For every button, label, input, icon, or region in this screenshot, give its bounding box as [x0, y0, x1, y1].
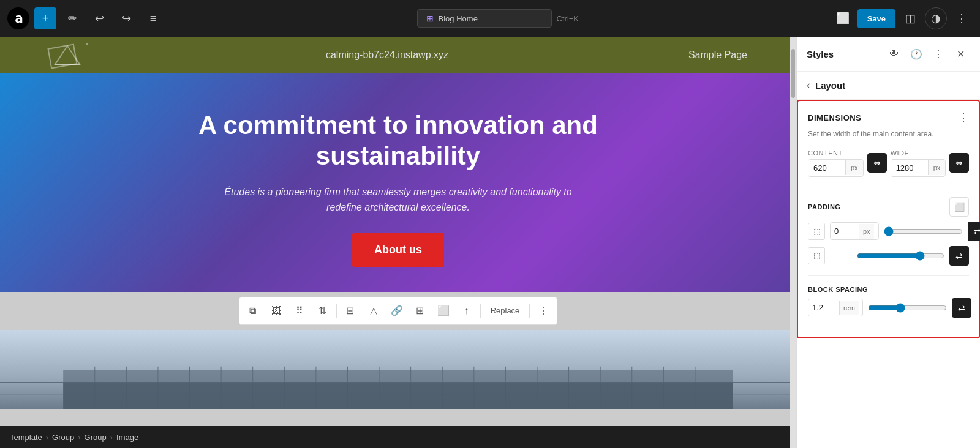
toolbar-divider-2	[480, 304, 481, 318]
dimensions-desc: Set the width of the main content area.	[808, 129, 969, 140]
separator-1	[808, 187, 969, 187]
block-more-button[interactable]: ⋮	[532, 300, 554, 322]
wide-unit[interactable]: px	[928, 160, 946, 175]
align-button[interactable]: ⊟	[339, 300, 361, 322]
breadcrumb-group-2[interactable]: Group	[85, 433, 107, 442]
breadcrumb-group-1[interactable]: Group	[52, 433, 74, 442]
svg-rect-26	[63, 383, 733, 409]
padding-title: PADDING	[808, 203, 840, 211]
padding-bottom-icon: ⬚	[808, 247, 825, 264]
padding-bottom-arrows-button[interactable]: ⇄	[949, 246, 969, 266]
upload-button[interactable]: ↑	[456, 300, 478, 322]
eye-button[interactable]: 👁	[884, 44, 904, 64]
split-view-button[interactable]: ◫	[899, 7, 921, 29]
upload-icon: ↑	[464, 305, 469, 316]
image-section	[0, 330, 796, 409]
padding-top-input-wrap: px	[830, 222, 879, 240]
block-spacing-input[interactable]	[809, 299, 839, 316]
undo-button[interactable]: ↩	[88, 7, 110, 29]
toolbar-center: ⊞ Blog Home Ctrl+K	[169, 9, 827, 28]
padding-top-arrows-button[interactable]: ⇄	[968, 222, 980, 241]
link-button[interactable]: 🔗	[386, 300, 408, 322]
drag-block-button[interactable]: ⠿	[288, 300, 311, 322]
pencil-button[interactable]: ✏	[61, 7, 83, 29]
right-panel: Styles 👁 🕐 ⋮ ✕ ‹ Layout	[796, 37, 980, 448]
block-spacing-unit[interactable]: rem	[839, 301, 859, 315]
padding-top-input[interactable]	[831, 223, 859, 239]
frame-button[interactable]: ⊞	[409, 300, 431, 322]
breadcrumb-image[interactable]: Image	[116, 433, 138, 442]
wp-logo-text: 𝕒	[15, 11, 23, 26]
canvas-scrollbar[interactable]	[790, 37, 796, 448]
more-options-button[interactable]: ⋮	[951, 7, 973, 29]
keyboard-shortcut: Ctrl+K	[557, 14, 579, 23]
wide-link-icon: ⇔	[956, 158, 963, 168]
replace-button[interactable]: Replace	[483, 302, 527, 319]
undo-icon: ↩	[95, 12, 104, 25]
wp-logo[interactable]: 𝕒	[7, 7, 29, 29]
svg-marker-0	[55, 46, 80, 64]
eye-icon: 👁	[889, 48, 899, 59]
add-button[interactable]: +	[34, 7, 56, 29]
drag-icon: ⠿	[296, 305, 303, 316]
blog-icon: ⊞	[426, 13, 434, 23]
padding-bottom-border-icon: ⬚	[813, 252, 820, 260]
block-spacing-arrows-button[interactable]: ⇄	[952, 298, 971, 318]
add-icon: +	[42, 12, 49, 25]
dark-mode-button[interactable]: ◑	[925, 7, 947, 29]
site-url: calming-bb7c24.instawp.xyz	[326, 50, 448, 61]
expand-button[interactable]: ⬜	[432, 300, 454, 322]
block-toolbar: ⧉ 🖼 ⠿ ⇅ ⊟ △ 🔗	[239, 297, 558, 325]
wide-dim-group: WIDE px	[891, 149, 946, 177]
padding-header: PADDING ⬜	[808, 197, 969, 217]
block-spacing-input-wrap: rem	[808, 299, 863, 316]
padding-bottom-slider[interactable]	[857, 251, 944, 261]
more-icon: ⋮	[956, 12, 967, 25]
move-block-button[interactable]: ⇅	[312, 300, 334, 322]
save-button[interactable]: Save	[858, 9, 895, 28]
block-spacing-slider[interactable]	[868, 303, 947, 313]
dimensions-menu-button[interactable]: ⋮	[958, 111, 969, 124]
save-label: Save	[867, 14, 886, 23]
wide-input[interactable]	[891, 160, 928, 176]
hero-cta-button[interactable]: About us	[352, 233, 444, 267]
copy-block-button[interactable]: ⧉	[242, 300, 264, 322]
hero-title: A commitment to innovation and sustainab…	[184, 110, 612, 172]
dimensions-title: Dimensions	[808, 113, 861, 122]
close-icon: ✕	[957, 48, 965, 60]
toolbar-right: ⬜ Save ◫ ◑ ⋮	[832, 7, 973, 29]
padding-top-unit[interactable]: px	[859, 224, 874, 239]
breadcrumb-sep-3: ›	[110, 433, 113, 442]
breadcrumb-sep-2: ›	[78, 433, 80, 442]
content-input[interactable]	[809, 160, 845, 176]
panel-more-button[interactable]: ⋮	[929, 44, 948, 64]
padding-toggle-icon: ⬜	[954, 202, 965, 212]
image-block-button[interactable]: 🖼	[265, 300, 287, 322]
url-bar[interactable]: ⊞ Blog Home	[417, 9, 552, 28]
list-view-button[interactable]: ≡	[142, 7, 164, 29]
close-panel-button[interactable]: ✕	[951, 44, 970, 64]
website-preview: calming-bb7c24.instawp.xyz Sample Page A…	[0, 37, 796, 426]
content-link-button[interactable]: ⇔	[867, 153, 887, 173]
padding-toggle-button[interactable]: ⬜	[949, 197, 969, 217]
wide-link-button[interactable]: ⇔	[949, 153, 969, 173]
redo-button[interactable]: ↪	[115, 7, 137, 29]
content-unit[interactable]: px	[845, 160, 863, 175]
panel-more-icon: ⋮	[933, 48, 943, 60]
warning-button[interactable]: △	[363, 300, 385, 322]
site-header: calming-bb7c24.instawp.xyz Sample Page	[0, 37, 796, 73]
toolbar-divider	[336, 304, 337, 318]
panel-content: Dimensions ⋮ Set the width of the main c…	[798, 101, 979, 337]
layout-back-button[interactable]: ‹	[807, 79, 810, 92]
padding-top-slider[interactable]	[884, 226, 963, 236]
breadcrumb-template[interactable]: Template	[10, 433, 42, 442]
view-button[interactable]: ⬜	[832, 7, 854, 29]
warning-icon: △	[370, 305, 377, 316]
content-dim-group: CONTENT px	[808, 149, 864, 177]
align-icon: ⊟	[346, 305, 354, 316]
dark-mode-icon: ◑	[931, 12, 941, 25]
view-icon: ⬜	[836, 12, 850, 25]
wide-input-wrap: px	[891, 159, 946, 177]
history-button[interactable]: 🕐	[907, 44, 926, 64]
block-spacing-section: BLOCK SPACING rem ⇄	[808, 286, 969, 318]
